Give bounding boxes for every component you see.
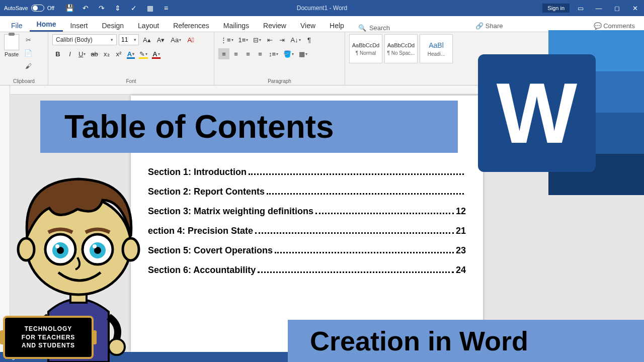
svg-point-12: [55, 244, 59, 248]
overlay-subtitle-text: Creation in Word: [310, 325, 528, 356]
paste-button[interactable]: Paste: [4, 34, 19, 57]
tab-view[interactable]: View: [293, 19, 323, 32]
tab-file[interactable]: File: [4, 19, 30, 32]
word-logo-icon: W: [478, 30, 644, 196]
clipboard-label: Clipboard: [4, 77, 44, 84]
ribbon-mode-icon[interactable]: ▭: [572, 0, 590, 16]
overlay-title-text: Table of Contents: [64, 108, 334, 145]
tablet-line3: AND STUDENTS: [22, 341, 75, 350]
svg-point-4: [18, 238, 34, 260]
table-icon[interactable]: ▦: [143, 1, 157, 15]
style-nospacing[interactable]: AaBbCcDd ¶ No Spac...: [384, 34, 418, 63]
quick-access-toolbar: 💾 ↶ ↷ ⇕ ✓ ▦ ≡: [58, 1, 173, 15]
format-painter-icon[interactable]: 🖌: [22, 60, 34, 71]
paste-icon: [4, 34, 19, 50]
paragraph-label: Paragraph: [218, 77, 341, 84]
svg-point-13: [93, 244, 97, 248]
font-label: Font: [52, 77, 210, 84]
channel-tablet: TECHNOLOGY FOR TEACHERS AND STUDENTS: [3, 316, 94, 359]
strikethrough-button[interactable]: ab: [89, 48, 100, 59]
table-row: Section 6: Accountability24: [148, 265, 466, 276]
paste-label: Paste: [5, 51, 19, 57]
search-icon: 🔍: [358, 24, 366, 32]
outdent-icon[interactable]: ⇤: [264, 34, 275, 45]
font-color-icon[interactable]: A: [150, 48, 162, 59]
style-normal[interactable]: AaBbCcDd ¶ Normal: [349, 34, 382, 63]
font-size-selector[interactable]: 11▾: [119, 34, 139, 45]
show-marks-icon[interactable]: ¶: [304, 34, 315, 45]
shading-icon[interactable]: 🪣: [281, 48, 296, 59]
overlay-subtitle-banner: Creation in Word: [288, 320, 644, 362]
highlight-icon[interactable]: ✎: [137, 48, 149, 59]
tell-me-search[interactable]: 🔍 Search: [358, 24, 390, 32]
group-paragraph: ⋮≡ 1≡ ⊟ ⇤ ⇥ A↓ ¶ ≡ ≡ ≡ ≡ ↕≡ 🪣 ▦ Paragrap…: [214, 32, 345, 85]
group-clipboard: Paste ✂ 📄 🖌 Clipboard: [0, 32, 48, 85]
justify-icon[interactable]: ≡: [255, 48, 266, 59]
shrink-font-icon[interactable]: A▾: [155, 34, 167, 45]
toggle-icon: [31, 5, 44, 12]
table-row: Section 5: Covert Operations23: [148, 245, 466, 256]
maximize-icon[interactable]: ◻: [608, 0, 626, 16]
title-bar: AutoSave Off 💾 ↶ ↷ ⇕ ✓ ▦ ≡ Document1 - W…: [0, 0, 644, 16]
document-title: Document1 - Word: [297, 5, 347, 12]
autosave-state: Off: [47, 5, 54, 11]
save-icon[interactable]: 💾: [62, 1, 76, 15]
align-center-icon[interactable]: ≡: [230, 48, 242, 59]
indent-icon[interactable]: ⇥: [276, 34, 287, 45]
underline-button[interactable]: U: [76, 48, 88, 59]
bold-button[interactable]: B: [52, 48, 63, 59]
multilevel-list-icon[interactable]: ⊟: [251, 34, 263, 45]
table-row: Section 3: Matrix weighting definitions1…: [148, 206, 466, 217]
superscript-button[interactable]: x²: [113, 48, 124, 59]
more-icon[interactable]: ≡: [159, 1, 173, 15]
subscript-button[interactable]: x₂: [101, 48, 112, 59]
window-controls: Sign in ▭ — ◻ ✕: [542, 0, 644, 16]
svg-point-1: [109, 339, 125, 355]
tab-layout[interactable]: Layout: [131, 19, 166, 32]
tab-references[interactable]: References: [166, 19, 216, 32]
autosave-label: AutoSave: [4, 5, 28, 11]
cut-icon[interactable]: ✂: [22, 34, 34, 45]
borders-icon[interactable]: ▦: [297, 48, 309, 59]
tablet-line1: TECHNOLOGY: [25, 325, 72, 333]
font-family-value: Calibri (Body): [56, 36, 93, 43]
align-right-icon[interactable]: ≡: [243, 48, 254, 59]
italic-button[interactable]: I: [64, 48, 75, 59]
minimize-icon[interactable]: —: [590, 0, 608, 16]
clear-formatting-icon[interactable]: A⃠: [185, 34, 196, 45]
svg-point-5: [123, 238, 139, 260]
touchmode-icon[interactable]: ⇕: [111, 1, 125, 15]
font-size-value: 11: [121, 36, 128, 43]
overlay-title-banner: Table of Contents: [40, 101, 458, 153]
style-heading1[interactable]: AaBl Headi...: [420, 34, 453, 63]
table-row: Section 2: Report Contents: [148, 187, 466, 197]
table-row: Section 1: Introduction: [148, 167, 466, 177]
line-spacing-icon[interactable]: ↕≡: [267, 48, 280, 59]
tablet-line2: FOR TEACHERS: [22, 333, 75, 342]
search-label: Search: [369, 24, 390, 32]
redo-icon[interactable]: ↷: [95, 1, 109, 15]
tab-home[interactable]: Home: [30, 17, 63, 32]
numbering-icon[interactable]: 1≡: [236, 34, 251, 45]
grow-font-icon[interactable]: A▴: [141, 34, 153, 45]
signin-button[interactable]: Sign in: [542, 4, 570, 13]
font-family-selector[interactable]: Calibri (Body)▾: [52, 34, 117, 45]
spelling-icon[interactable]: ✓: [127, 1, 141, 15]
change-case-icon[interactable]: Aa: [169, 34, 183, 45]
tab-review[interactable]: Review: [256, 19, 293, 32]
sort-icon[interactable]: A↓: [288, 34, 302, 45]
tab-design[interactable]: Design: [95, 19, 131, 32]
text-effects-icon[interactable]: A: [125, 48, 136, 59]
tab-mailings[interactable]: Mailings: [216, 19, 256, 32]
copy-icon[interactable]: 📄: [22, 47, 34, 58]
bullets-icon[interactable]: ⋮≡: [218, 34, 235, 45]
close-icon[interactable]: ✕: [626, 0, 644, 16]
autosave-toggle[interactable]: AutoSave Off: [0, 5, 58, 12]
tab-insert[interactable]: Insert: [63, 19, 95, 32]
undo-icon[interactable]: ↶: [78, 1, 93, 15]
group-font: Calibri (Body)▾ 11▾ A▴ A▾ Aa A⃠ B I U ab…: [48, 32, 214, 85]
align-left-icon[interactable]: ≡: [218, 48, 229, 59]
table-row: ection 4: Precision State21: [148, 226, 466, 236]
tab-help[interactable]: Help: [323, 19, 351, 32]
